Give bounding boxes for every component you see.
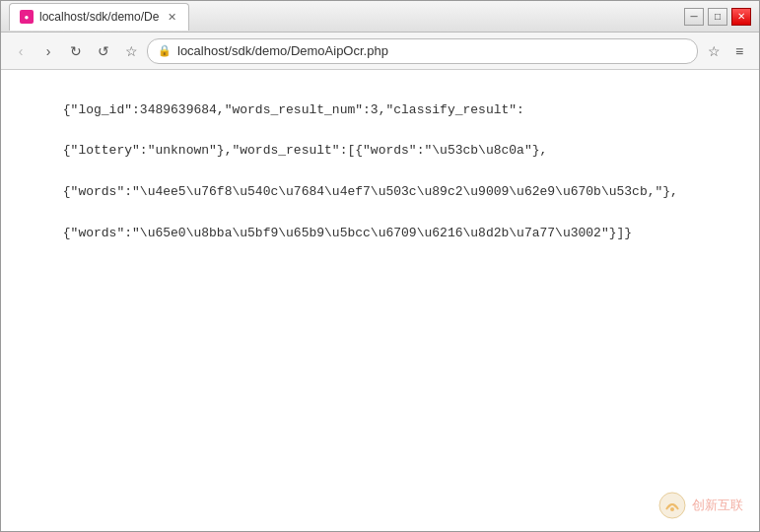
json-line-2: {"lottery":"unknown"},"words_result":[{"… — [63, 143, 547, 158]
address-text: localhost/sdk/demo/DemoAipOcr.php — [177, 43, 687, 58]
watermark-logo-icon — [658, 492, 686, 519]
navigation-bar: ‹ › ↻ ↺ ☆ 🔒 localhost/sdk/demo/DemoAipOc… — [1, 33, 759, 70]
undo-button[interactable]: ↺ — [92, 39, 115, 63]
title-bar: ● localhost/sdk/demo/De ✕ ─ □ ✕ — [1, 1, 759, 33]
minimize-button[interactable]: ─ — [684, 8, 704, 26]
browser-tab[interactable]: ● localhost/sdk/demo/De ✕ — [9, 3, 189, 31]
address-bar[interactable]: 🔒 localhost/sdk/demo/DemoAipOcr.php — [147, 38, 698, 64]
nav-right-buttons: ☆ ≡ — [702, 39, 751, 63]
back-button[interactable]: ‹ — [9, 39, 33, 63]
bookmark-button[interactable]: ☆ — [702, 39, 725, 63]
json-line-3: {"words":"\u4ee5\u76f8\u540c\u7684\u4ef7… — [63, 184, 678, 199]
address-lock-icon: 🔒 — [158, 44, 172, 57]
close-button[interactable]: ✕ — [731, 8, 751, 26]
star-button[interactable]: ☆ — [119, 39, 143, 63]
watermark: 创新互联 — [658, 492, 743, 519]
json-line-1: {"log_id":3489639684,"words_result_num":… — [63, 102, 524, 117]
refresh-button[interactable]: ↻ — [64, 39, 88, 63]
json-output: {"log_id":3489639684,"words_result_num":… — [17, 80, 743, 264]
tab-title: localhost/sdk/demo/De — [39, 10, 159, 24]
forward-button[interactable]: › — [36, 39, 60, 63]
favicon-icon: ● — [25, 13, 30, 22]
content-area: {"log_id":3489639684,"words_result_num":… — [1, 70, 759, 531]
maximize-button[interactable]: □ — [708, 8, 727, 26]
title-bar-left: ● localhost/sdk/demo/De ✕ — [9, 3, 684, 31]
menu-button[interactable]: ≡ — [727, 39, 751, 63]
svg-point-1 — [670, 507, 674, 511]
window-controls: ─ □ ✕ — [684, 8, 751, 26]
watermark-label: 创新互联 — [692, 497, 743, 514]
json-line-4: {"words":"\u65e0\u8bba\u5bf9\u65b9\u5bcc… — [63, 226, 632, 240]
tab-close-button[interactable]: ✕ — [165, 10, 178, 24]
tab-favicon: ● — [20, 10, 34, 24]
browser-window: ● localhost/sdk/demo/De ✕ ─ □ ✕ ‹ › ↻ ↺ … — [0, 0, 760, 532]
